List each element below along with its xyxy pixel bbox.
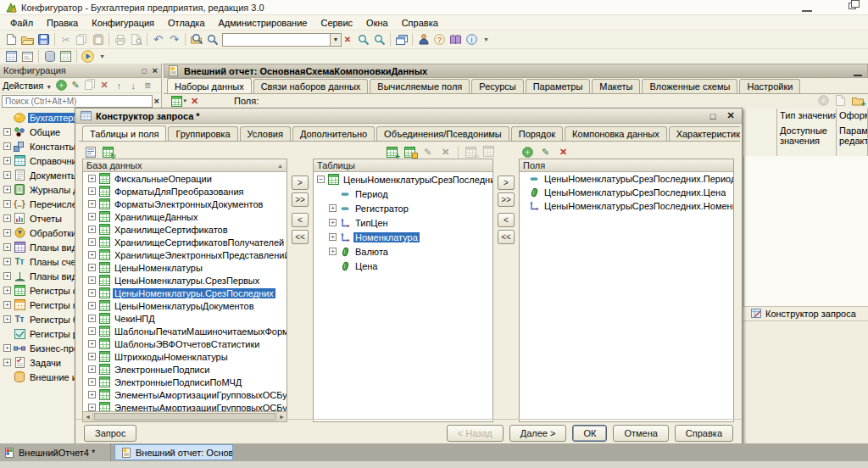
- delete-red-icon[interactable]: ✕: [555, 144, 571, 159]
- database-table-row[interactable]: +ШаблоныЭВФОтчетовСтатистики: [83, 337, 287, 350]
- actions-menu-button[interactable]: Действия ▼: [3, 81, 52, 91]
- report-tab-6[interactable]: Вложенные схемы: [642, 79, 737, 93]
- copy-icon[interactable]: [74, 32, 90, 47]
- search-clear-icon[interactable]: ✕: [342, 33, 353, 47]
- expander-icon[interactable]: +: [3, 200, 11, 208]
- find-next-icon[interactable]: [355, 32, 371, 47]
- database-table-row[interactable]: +ФорматыДляПреобразования: [83, 185, 287, 198]
- database-table-row[interactable]: +ЦеныНоменклатурыДокументов: [83, 299, 287, 312]
- paste-icon[interactable]: [90, 32, 106, 47]
- back-button[interactable]: < Назад: [447, 425, 504, 442]
- syntax-assistant-icon[interactable]: [415, 32, 431, 47]
- clear-search-icon[interactable]: ×: [154, 96, 159, 106]
- add-nested-query-icon[interactable]: [402, 144, 418, 159]
- menu-item-6[interactable]: Окна: [359, 16, 395, 30]
- expander-icon[interactable]: +: [3, 287, 11, 294]
- report-tab-4[interactable]: Параметры: [526, 79, 591, 93]
- scroll-up-icon[interactable]: ▲: [277, 163, 283, 169]
- move-down-icon[interactable]: ↓: [126, 79, 140, 92]
- table-field-row[interactable]: +Валюта: [314, 244, 492, 259]
- add-icon[interactable]: +: [54, 79, 68, 92]
- info-icon[interactable]: i: [464, 32, 480, 47]
- query-constructor-link[interactable]: Конструктор запроса: [765, 309, 856, 319]
- windows-icon[interactable]: [393, 32, 409, 47]
- expander-icon[interactable]: +: [88, 264, 96, 271]
- menu-item-3[interactable]: Отладка: [161, 16, 211, 30]
- toolbar-overflow-caret[interactable]: ▾: [96, 49, 112, 64]
- database-table-row[interactable]: +ФискальныеОперации: [83, 172, 287, 185]
- query-tab-0[interactable]: Таблицы и поля: [82, 125, 166, 142]
- query-tab-6[interactable]: Компоновка данных: [565, 126, 667, 141]
- expander-icon[interactable]: +: [88, 365, 96, 373]
- magnifier-icon[interactable]: [204, 32, 220, 47]
- transfer-remove-all-button[interactable]: <<: [498, 230, 515, 244]
- table-refresh-icon[interactable]: ↻: [100, 144, 116, 159]
- query-tab-3[interactable]: Дополнительно: [292, 126, 375, 141]
- menu-item-4[interactable]: Администрирование: [212, 16, 314, 30]
- query-button[interactable]: Запрос: [84, 425, 136, 442]
- table-field-row[interactable]: +Регистратор: [314, 201, 492, 215]
- selected-field-row[interactable]: ЦеныНоменклатурыСрезПоследних.Цена: [520, 186, 733, 199]
- query-tab-5[interactable]: Порядок: [511, 126, 563, 141]
- ok-button[interactable]: ОК: [572, 425, 607, 442]
- expander-icon[interactable]: +: [329, 204, 337, 212]
- table-field-row[interactable]: Период: [314, 187, 492, 201]
- restore-button[interactable]: [849, 3, 856, 9]
- duplicate-grey-icon[interactable]: [481, 144, 497, 159]
- expander-icon[interactable]: +: [3, 214, 11, 222]
- database-table-row[interactable]: +ЧекиНПД: [83, 312, 287, 325]
- database-table-row[interactable]: +ЦеныНоменклатуры.СрезПоследних: [83, 287, 287, 299]
- database-table-row[interactable]: +ЭлектронныеПодписиПоМЧД: [83, 376, 287, 388]
- form-icon[interactable]: [19, 49, 36, 64]
- add-table-icon[interactable]: +: [384, 144, 400, 159]
- transfer-add-all-button[interactable]: >>: [292, 192, 309, 207]
- edit-icon[interactable]: ✎: [69, 79, 82, 92]
- menu-item-5[interactable]: Сервис: [314, 16, 359, 30]
- toolbar-search-input[interactable]: [222, 33, 331, 47]
- add-join-icon[interactable]: ∞: [463, 144, 479, 159]
- clone-icon[interactable]: [83, 79, 97, 92]
- expander-icon[interactable]: +: [3, 258, 11, 265]
- edit-icon[interactable]: ✎: [537, 144, 554, 159]
- selected-field-row[interactable]: ЦеныНоменклатурыСрезПоследних.Период: [520, 172, 733, 186]
- database-table-row[interactable]: +ХранилищеСертификатов: [83, 223, 287, 236]
- query-text-icon[interactable]: [82, 144, 98, 159]
- search-dropdown-icon[interactable]: ▼: [331, 33, 342, 47]
- database-icon[interactable]: [42, 49, 58, 64]
- expander-icon[interactable]: +: [3, 344, 11, 352]
- help-figure-icon[interactable]: ?: [431, 32, 448, 47]
- expander-icon[interactable]: +: [88, 315, 96, 322]
- cancel-button[interactable]: Отмена: [613, 425, 668, 442]
- expander-icon[interactable]: +: [88, 276, 96, 284]
- menu-item-7[interactable]: Справка: [395, 16, 445, 30]
- active-window-tab[interactable]: Внешний отчет: ОсновнаяСх...: [114, 444, 233, 460]
- menu-item-2[interactable]: Конфигурация: [85, 16, 161, 30]
- expander-icon[interactable]: +: [88, 200, 96, 208]
- add-grey-icon[interactable]: +: [815, 94, 832, 109]
- print-icon[interactable]: [112, 32, 128, 47]
- query-tab-2[interactable]: Условия: [240, 126, 291, 141]
- expander-icon[interactable]: +: [88, 175, 96, 182]
- expander-icon[interactable]: +: [3, 301, 11, 309]
- database-table-row[interactable]: +ШтрихкодыНоменклатуры: [83, 350, 287, 363]
- save-icon[interactable]: [36, 32, 52, 47]
- expander-icon[interactable]: +: [88, 251, 96, 259]
- expander-icon[interactable]: +: [3, 359, 11, 366]
- table-field-row[interactable]: +ТипЦен: [314, 215, 492, 230]
- config-search-input[interactable]: [2, 95, 153, 108]
- expander-icon[interactable]: +: [88, 302, 96, 309]
- delete-grey-icon[interactable]: ✕: [437, 144, 453, 159]
- open-file-icon[interactable]: [19, 32, 36, 47]
- expander-icon[interactable]: +: [88, 404, 96, 411]
- expander-icon[interactable]: +: [88, 238, 96, 246]
- expander-icon[interactable]: +: [3, 142, 11, 150]
- database-table-row[interactable]: +ФорматыЭлектронныхДокументов: [83, 198, 287, 210]
- database-table-row[interactable]: +ЦеныНоменклатуры: [83, 261, 287, 274]
- expander-icon[interactable]: +: [3, 243, 11, 251]
- help-button[interactable]: Справка: [675, 425, 733, 442]
- database-table-row[interactable]: +ХранилищеСертификатовПолучателей: [83, 236, 287, 248]
- dialog-maximize-icon[interactable]: □: [706, 111, 720, 121]
- dialog-close-icon[interactable]: ✕: [724, 110, 737, 121]
- close-panel-icon[interactable]: ×: [153, 65, 158, 75]
- expander-icon[interactable]: +: [88, 213, 96, 220]
